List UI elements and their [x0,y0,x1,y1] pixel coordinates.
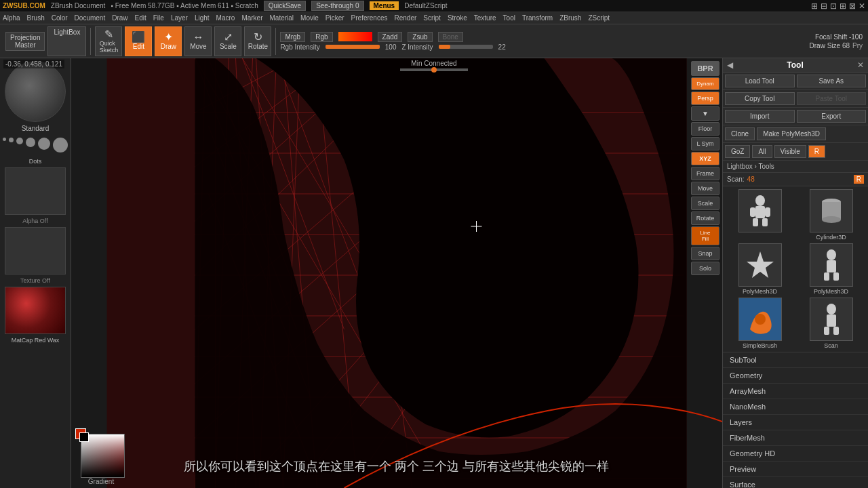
line-fill-btn[interactable]: LineFill [691,226,719,245]
alpha-preview[interactable] [5,167,66,215]
import-btn[interactable]: Import [725,110,795,123]
dot-size-2[interactable] [9,138,14,142]
tool-thumb-simplebrush[interactable]: SimpleBrush [726,298,794,349]
menu-zbrush[interactable]: ZBrush [559,14,581,22]
visible-btn[interactable]: Visible [774,145,806,158]
persp-arrow[interactable]: ▼ [691,106,719,121]
menu-material[interactable]: Material [270,14,294,22]
mrgb-btn[interactable]: Mrgb [280,32,305,42]
rotate-btn[interactable]: ↻ Rotate [244,26,271,56]
save-as-btn[interactable]: Save As [797,75,867,87]
color-picker[interactable]: Gradient [74,427,128,485]
menu-layer[interactable]: Layer [171,14,188,22]
fibermesh-item[interactable]: FiberMesh [723,430,868,446]
menu-file[interactable]: File [153,14,164,22]
menu-texture[interactable]: Texture [474,14,496,22]
canvas-area[interactable]: Gradient 所以你可以看到这个顶点在这里有一个 两个 三个边 与所有这些其… [71,58,722,488]
xyz-btn[interactable]: XYZ [691,152,719,165]
icon1[interactable]: ⊞ [811,1,818,11]
bpr-btn[interactable]: BPR [691,61,719,76]
menu-document[interactable]: Document [75,14,106,22]
icon5[interactable]: ⊠ [849,1,856,11]
preview-item[interactable]: Preview [723,462,868,477]
brush-preview[interactable] [5,61,66,122]
subtool-item[interactable]: SubTool [723,352,868,368]
dot-size-4[interactable] [26,138,35,147]
icon3[interactable]: ⊡ [830,1,837,11]
goz-btn[interactable]: GoZ [725,145,750,158]
close-icon[interactable]: ✕ [859,1,865,11]
tool-thumb-scan[interactable]: Scan [797,298,865,349]
all-btn[interactable]: All [752,145,772,158]
move-vp-btn[interactable]: Move [691,182,719,195]
scan-r-btn[interactable]: R [854,175,864,184]
dot-size-1[interactable] [3,138,6,141]
menu-stroke[interactable]: Stroke [448,14,467,22]
panel-left-arrow[interactable]: ◀ [727,60,733,70]
solo-btn[interactable]: Solo [691,262,719,275]
background-color[interactable] [79,432,89,442]
zsub-btn[interactable]: Zsub [408,32,432,42]
nanomesh-item[interactable]: NanoMesh [723,399,868,415]
menu-color[interactable]: Color [52,14,68,22]
menu-macro[interactable]: Macro [216,14,235,22]
menu-picker[interactable]: Picker [326,14,344,22]
menu-transform[interactable]: Transform [522,14,553,22]
menu-preferences[interactable]: Preferences [351,14,388,22]
geometry-hd-item[interactable]: Geometry HD [723,446,868,462]
load-tool-btn[interactable]: Load Tool [725,75,795,87]
menu-alpha[interactable]: Alpha [3,14,20,22]
menu-edit[interactable]: Edit [135,14,146,22]
clone-btn[interactable]: Clone [725,127,755,140]
tool-thumb-polymesh[interactable]: PolyMesh3D [797,243,865,295]
tool-thumb-polymesh-star[interactable]: PolyMesh3D [726,243,794,295]
copy-tool-btn[interactable]: Copy Tool [725,92,795,105]
material-preview[interactable] [5,287,66,334]
bone-btn[interactable]: Bone [438,32,463,42]
min-connected-slider[interactable] [400,68,468,71]
layers-item[interactable]: Layers [723,415,868,430]
r-btn[interactable]: R [808,145,825,158]
quick-save-btn[interactable]: QuickSave [264,1,306,11]
dot-size-5[interactable] [38,138,50,150]
paste-tool-btn[interactable]: Paste Tool [797,92,867,105]
frame-btn[interactable]: Frame [691,167,719,180]
menu-render[interactable]: Render [395,14,417,22]
rgb-intensity-slider[interactable] [326,45,380,49]
menu-tool[interactable]: Tool [503,14,515,22]
menu-marker[interactable]: Marker [241,14,262,22]
export-btn[interactable]: Export [797,110,867,123]
menu-light[interactable]: Light [195,14,210,22]
tool-thumb-figure[interactable] [726,189,794,241]
draw-btn[interactable]: ✦ Draw [155,26,182,56]
edit-btn[interactable]: ⬛ Edit [125,26,152,56]
texture-preview[interactable] [5,227,66,274]
dynamic-btn[interactable]: Dynam [691,77,719,90]
persp-btn[interactable]: Persp [691,92,719,105]
geometry-item[interactable]: Geometry [723,368,868,384]
make-polymesh-btn[interactable]: Make PolyMesh3D [757,127,826,140]
local-sym-btn[interactable]: L Sym [691,137,719,150]
z-intensity-slider[interactable] [439,45,493,49]
dot-size-6[interactable] [53,138,68,152]
projection-master-btn[interactable]: ProjectionMaster [5,32,45,51]
arraymesh-item[interactable]: ArrayMesh [723,384,868,399]
menus-btn[interactable]: Menus [370,1,399,10]
tool-thumb-cylinder[interactable]: Cylinder3D [797,189,865,241]
scale-btn[interactable]: ⤢ Scale [214,26,241,56]
lightbox-btn[interactable]: LightBox [47,26,86,56]
snap-btn[interactable]: Snap [691,247,719,260]
menu-brush[interactable]: Brush [27,14,45,22]
icon4[interactable]: ⊞ [840,1,846,11]
color-picker-box[interactable] [74,427,128,478]
menu-draw[interactable]: Draw [112,14,127,22]
see-through-btn[interactable]: See-through 0 [311,1,363,11]
menu-movie[interactable]: Movie [300,14,319,22]
menu-script[interactable]: Script [423,14,441,22]
surface-item[interactable]: Surface [723,477,868,488]
rotate-vp-btn[interactable]: Rotate [691,211,719,225]
floor-btn[interactable]: Floor [691,122,719,136]
move-btn[interactable]: ↔ Move [184,26,212,56]
m-color-swatch[interactable] [338,32,372,41]
panel-right-arrow[interactable]: ✕ [857,60,864,70]
